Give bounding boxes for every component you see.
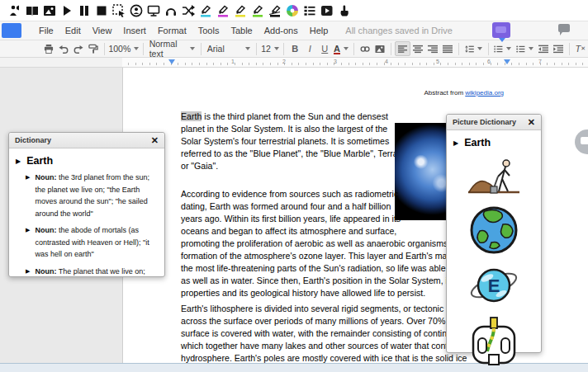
increase-indent-button[interactable] <box>551 41 566 56</box>
highlighter-cyan-icon[interactable] <box>198 3 212 17</box>
earth-plug-image[interactable] <box>470 315 518 366</box>
expand-triangle-icon[interactable]: ▶ <box>26 172 30 219</box>
dictionary-entry: ▶ Noun: The planet that we live on; <box>26 266 159 278</box>
numbered-list-button[interactable] <box>491 41 514 56</box>
select-area-icon[interactable] <box>111 3 126 17</box>
ruler-mark: 6 <box>487 59 491 64</box>
underline-button[interactable]: U <box>317 41 332 56</box>
paragraph-1: Earth is the third planet from the Sun a… <box>181 111 398 172</box>
save-status: All changes saved in Drive <box>345 26 453 35</box>
menu-format[interactable]: Format <box>152 26 192 35</box>
menu-view[interactable]: View <box>87 26 118 35</box>
ruler-mark: 3 <box>334 59 337 64</box>
dictionary-word: Earth <box>26 155 53 167</box>
menu-edit[interactable]: Edit <box>59 26 87 35</box>
clear-formatting-button[interactable]: T✕ <box>573 41 588 56</box>
format-toolbar: 100% Normal text Arial 12 B I U A T✕ <box>0 40 588 58</box>
italic-button[interactable]: I <box>302 41 317 56</box>
decrease-indent-button[interactable] <box>536 41 551 56</box>
extension-toolbar <box>0 0 588 21</box>
line-spacing-button[interactable] <box>462 41 485 56</box>
right-indent-marker[interactable] <box>504 59 510 64</box>
translate-globe-icon[interactable] <box>285 3 299 17</box>
headphones-icon[interactable] <box>164 3 178 17</box>
ruler-mark: 1 <box>231 59 235 64</box>
remove-highlight-icon[interactable] <box>268 3 282 17</box>
picture-dictionary-title: Picture Dictionary <box>453 118 528 126</box>
touch-stamp-icon[interactable] <box>337 3 351 17</box>
svg-text:E: E <box>488 275 500 296</box>
menu-table[interactable]: Table <box>225 26 258 35</box>
paint-format-button[interactable] <box>86 41 101 56</box>
undo-button[interactable] <box>56 41 71 56</box>
menu-addons[interactable]: Add-ons <box>258 26 304 35</box>
paragraph-2: According to evidence from sources such … <box>181 188 467 299</box>
ruler-mark: 4 <box>385 59 388 64</box>
menu-help[interactable]: Help <box>304 26 334 35</box>
zoom-select[interactable]: 100% <box>108 41 140 56</box>
close-icon[interactable]: ✕ <box>528 118 535 127</box>
insert-image-button[interactable] <box>372 41 387 56</box>
stop-icon[interactable] <box>94 3 108 17</box>
highlighter-magenta-icon[interactable] <box>216 3 230 17</box>
text-color-button[interactable]: A <box>332 41 350 56</box>
align-justify-button[interactable] <box>440 41 455 56</box>
docs-app-icon[interactable] <box>2 23 21 38</box>
align-center-button[interactable] <box>410 41 425 56</box>
wikipedia-link[interactable]: wikipedia.org <box>465 89 504 97</box>
redo-button[interactable] <box>71 41 86 56</box>
ruler: 1 2 3 4 5 6 7 <box>0 58 588 68</box>
menu-file[interactable]: File <box>33 26 59 35</box>
font-size-select[interactable]: 12 <box>260 41 281 56</box>
menu-insert[interactable]: Insert <box>117 26 152 35</box>
expand-triangle-icon[interactable]: ▶ <box>16 158 21 165</box>
abstract-prefix: Abstract from <box>424 89 466 97</box>
highlighter-yellow-icon[interactable] <box>233 3 247 17</box>
shuffle-icon[interactable] <box>181 3 195 17</box>
insert-link-button[interactable] <box>358 41 372 56</box>
pause-icon[interactable] <box>77 3 91 17</box>
picture-dictionary-word: Earth <box>464 137 491 148</box>
highlighter-green-icon[interactable] <box>250 3 264 17</box>
comment-icon[interactable] <box>558 24 570 32</box>
ruler-mark: 2 <box>282 59 286 64</box>
bulleted-list-button[interactable] <box>514 41 536 56</box>
video-box-icon[interactable] <box>320 3 334 17</box>
dictionary-panel-header[interactable]: Dictionary ✕ <box>9 133 164 148</box>
speaker-person-icon[interactable] <box>7 3 21 17</box>
planet-e-image[interactable]: E <box>468 264 519 307</box>
picture-dictionary-panel: Picture Dictionary ✕ ▶ Earth <box>446 114 542 353</box>
close-icon[interactable]: ✕ <box>151 136 159 145</box>
dictionary-entry: ▶ Noun: the abode of mortals (as contras… <box>26 224 159 261</box>
expand-triangle-icon[interactable]: ▶ <box>26 266 30 278</box>
font-select[interactable]: Arial <box>205 41 253 56</box>
paragraph-style-select[interactable]: Normal text <box>147 41 197 56</box>
extension-caret <box>499 38 505 42</box>
print-button[interactable] <box>41 41 56 56</box>
align-left-button[interactable] <box>395 41 410 56</box>
expand-triangle-icon[interactable]: ▶ <box>26 224 30 261</box>
bold-button[interactable]: B <box>287 41 302 56</box>
globe-earth-image[interactable] <box>468 205 519 256</box>
dictionary-entry: ▶ Noun: the 3rd planet from the sun; the… <box>26 172 159 219</box>
book-icon[interactable] <box>25 3 39 17</box>
picture-icon[interactable] <box>42 3 56 17</box>
expand-triangle-icon[interactable]: ▶ <box>453 139 458 147</box>
picture-dictionary-header[interactable]: Picture Dictionary ✕ <box>447 115 541 130</box>
play-icon[interactable] <box>59 3 74 17</box>
left-indent-marker[interactable] <box>168 59 175 64</box>
highlighted-word: Earth <box>181 111 202 121</box>
extension-puzzle-icon[interactable] <box>492 22 510 38</box>
ruler-mark: 7 <box>538 59 542 64</box>
word-list-icon[interactable] <box>302 3 316 17</box>
display-icon[interactable] <box>146 3 160 17</box>
ruler-mark: 5 <box>436 59 439 64</box>
screenshare-person-icon[interactable] <box>129 3 143 17</box>
dictionary-panel: Dictionary ✕ ▶ Earth ▶ Noun: the 3rd pla… <box>8 132 165 277</box>
abstract-line: Abstract from wikipedia.org <box>424 89 505 97</box>
dictionary-title: Dictionary <box>15 136 151 144</box>
align-right-button[interactable] <box>425 41 440 56</box>
menu-tools[interactable]: Tools <box>192 26 225 35</box>
digging-earth-image[interactable] <box>467 155 521 196</box>
